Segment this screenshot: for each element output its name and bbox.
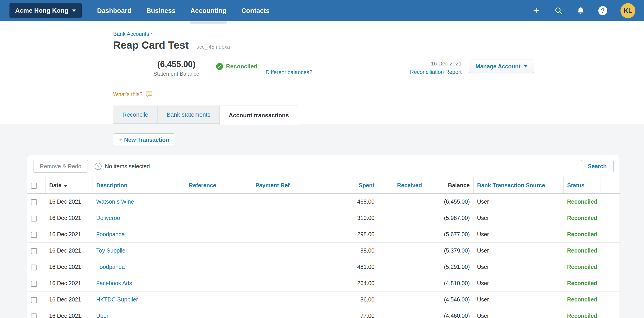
transaction-description-link[interactable]: Deliveroo [96,215,120,221]
row-spent: 310.00 [330,210,378,226]
tab-account-transactions[interactable]: Account transactions [220,106,298,125]
row-spent: 88.00 [330,243,378,259]
bell-icon[interactable] [576,6,585,15]
avatar-initials: KL [624,7,632,14]
speech-bubble-icon [145,91,152,97]
different-balances-link[interactable]: Different balances? [266,69,312,75]
org-switcher-button[interactable]: Acme Hong Kong [10,3,82,18]
row-spacer [600,226,620,243]
row-status: Reconciled [564,259,600,275]
row-payment-ref [252,194,330,210]
transaction-description-link[interactable]: HKTDC Supplier [96,296,138,302]
row-checkbox[interactable] [31,297,37,303]
row-received [378,291,426,308]
column-header-date[interactable]: Date [46,177,92,194]
row-checkbox[interactable] [31,264,37,270]
row-date: 16 Dec 2021 [46,243,92,259]
table-row: 16 Dec 2021 Foodpanda 298.00 (5,677.00) … [28,226,620,243]
row-spacer [600,210,620,226]
row-reference [185,243,252,259]
row-status: Reconciled [564,226,600,243]
nav-item-contacts[interactable]: Contacts [242,0,270,21]
row-description-cell: Toy Supplier [92,243,185,259]
table-row: 16 Dec 2021 Watson s Wine 468.00 (6,455.… [28,194,620,210]
content-area: + New Transaction Remove & Redo ? No ite… [0,124,644,318]
manage-account-button[interactable]: Manage Account [469,60,534,73]
org-name: Acme Hong Kong [15,7,68,14]
transaction-description-link[interactable]: Watson s Wine [96,198,134,205]
transaction-description-link[interactable]: Toy Supplier [96,247,128,254]
row-payment-ref [252,308,330,318]
row-payment-ref [252,259,330,275]
statement-balance-label: Statement Balance [154,71,199,77]
column-header-source[interactable]: Bank Transaction Source [474,177,564,194]
tab-bank-statements[interactable]: Bank statements [157,106,220,124]
row-status: Reconciled [564,308,600,318]
row-received [378,275,426,291]
transaction-description-link[interactable]: Foodpanda [96,264,125,270]
transactions-table: Date Description Reference Payment Ref S… [28,177,620,318]
column-header-balance[interactable]: Balance [426,177,474,194]
row-payment-ref [252,275,330,291]
row-status: Reconciled [564,275,600,291]
search-button[interactable]: Search [581,160,614,172]
chevron-down-icon [524,65,528,68]
question-circle-icon[interactable]: ? [94,163,102,170]
column-header-spacer [600,177,620,194]
column-header-status[interactable]: Status [564,177,600,194]
plus-icon[interactable] [532,6,541,15]
transaction-description-link[interactable]: Uber [96,312,108,318]
row-checkbox[interactable] [31,281,37,287]
select-all-checkbox[interactable] [31,183,37,189]
nav-item-dashboard[interactable]: Dashboard [97,0,131,21]
chevron-down-icon [72,10,76,12]
column-header-payment-ref[interactable]: Payment Ref [252,177,330,194]
row-date: 16 Dec 2021 [46,194,92,210]
row-reference [185,194,252,210]
table-row: 16 Dec 2021 Foodpanda 481.00 (5,291.00) … [28,259,620,275]
reconciliation-report-link[interactable]: Reconciliation Report [410,69,462,75]
row-status: Reconciled [564,210,600,226]
row-checkbox[interactable] [31,199,37,205]
breadcrumb: Bank Accounts› [113,31,534,37]
row-spacer [600,194,620,210]
row-balance: (4,810.00) [426,275,474,291]
transaction-description-link[interactable]: Foodpanda [96,231,125,237]
whats-this-link[interactable]: What's this? [113,91,152,97]
column-header-reference[interactable]: Reference [185,177,252,194]
row-description-cell: Facebook Ads [92,275,185,291]
tab-reconcile[interactable]: Reconcile [113,106,158,124]
row-checkbox[interactable] [31,248,37,254]
help-icon[interactable]: ? [598,6,607,15]
row-received [378,210,426,226]
tab-label: Account transactions [229,112,289,119]
row-checkbox[interactable] [31,313,37,318]
nav-item-accounting[interactable]: Accounting [190,0,226,21]
avatar[interactable]: KL [620,3,636,18]
top-navigation: Acme Hong Kong Dashboard Business Accoun… [0,0,644,21]
row-date: 16 Dec 2021 [46,275,92,291]
breadcrumb-bank-accounts-link[interactable]: Bank Accounts [113,31,149,37]
new-transaction-button[interactable]: + New Transaction [113,133,175,146]
row-checkbox[interactable] [31,232,37,238]
column-header-received[interactable]: Received [378,177,426,194]
statement-balance-value: (6,455.00) [154,60,199,69]
row-balance: (5,291.00) [426,259,474,275]
table-row: 16 Dec 2021 HKTDC Supplier 86.00 (4,546.… [28,291,620,308]
column-header-spent[interactable]: Spent [330,177,378,194]
row-balance: (6,455.00) [426,194,474,210]
remove-redo-button[interactable]: Remove & Redo [33,160,88,173]
transaction-description-link[interactable]: Facebook Ads [96,280,132,286]
search-icon[interactable] [554,6,563,15]
row-description-cell: Watson s Wine [92,194,185,210]
row-checkbox[interactable] [31,216,37,221]
select-all-cell [28,177,46,194]
column-header-description[interactable]: Description [92,177,185,194]
tab-label: Reconcile [122,111,148,118]
row-spacer [600,308,620,318]
row-spent: 468.00 [330,194,378,210]
row-source: User [474,194,564,210]
row-reference [185,308,252,318]
nav-item-business[interactable]: Business [146,0,175,21]
row-source: User [474,308,564,318]
